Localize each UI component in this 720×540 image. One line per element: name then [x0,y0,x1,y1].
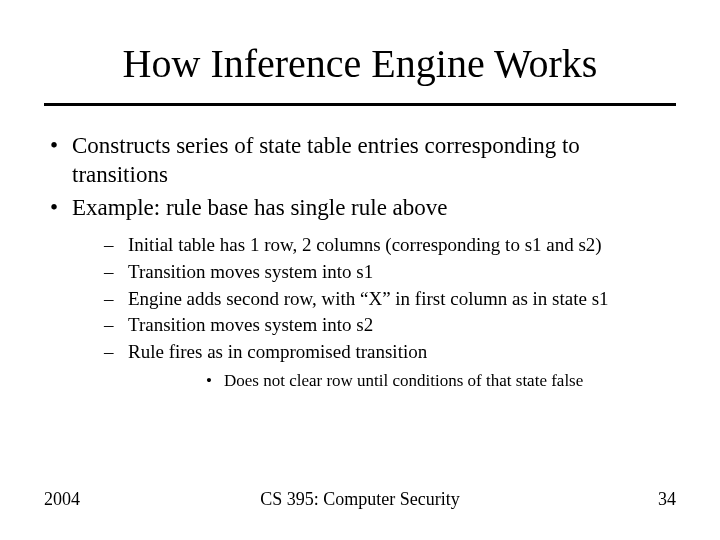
bullet-list: Constructs series of state table entries… [44,132,676,393]
bullet-item: Example: rule base has single rule above… [44,194,676,393]
subsubbullet-list: Does not clear row until conditions of t… [128,370,676,392]
slide-title: How Inference Engine Works [44,40,676,87]
subbullet-item: Rule fires as in compromised transition … [72,339,676,393]
subbullet-text: Rule fires as in compromised transition [128,341,427,362]
footer-page-number: 34 [658,489,676,510]
subbullet-list: Initial table has 1 row, 2 columns (corr… [72,232,676,392]
bullet-item: Constructs series of state table entries… [44,132,676,190]
subsubbullet-item: Does not clear row until conditions of t… [128,370,676,392]
title-divider [44,103,676,106]
subbullet-item: Transition moves system into s1 [72,259,676,285]
bullet-text: Example: rule base has single rule above [72,195,448,220]
subbullet-item: Transition moves system into s2 [72,312,676,338]
subbullet-item: Engine adds second row, with “X” in firs… [72,286,676,312]
slide: How Inference Engine Works Constructs se… [0,0,720,540]
slide-footer: 2004 CS 395: Computer Security 34 [44,489,676,510]
subbullet-item: Initial table has 1 row, 2 columns (corr… [72,232,676,258]
footer-year: 2004 [44,489,80,510]
footer-course: CS 395: Computer Security [44,489,676,510]
